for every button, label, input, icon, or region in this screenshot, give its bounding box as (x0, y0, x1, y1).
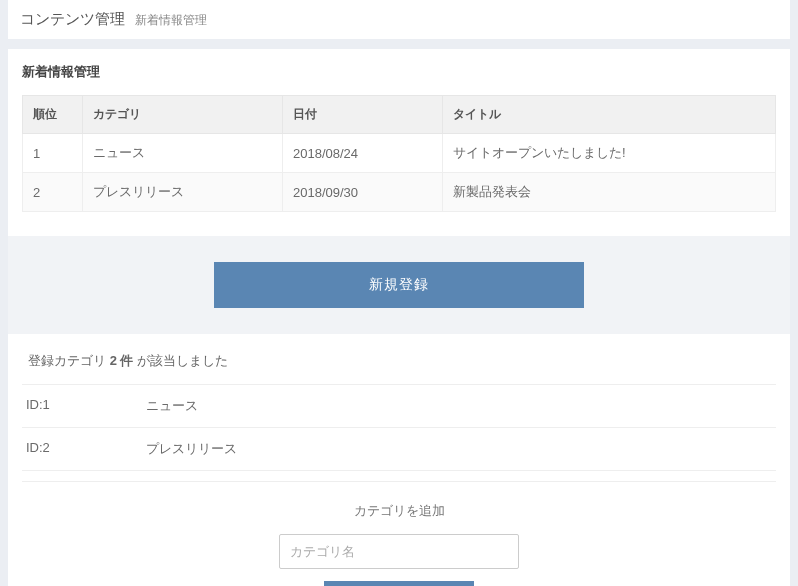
news-list-panel: 新着情報管理 順位 カテゴリ 日付 タイトル 1 ニュース 2018/08/24… (8, 49, 790, 236)
category-name: ニュース (146, 397, 198, 415)
table-row[interactable]: 1 ニュース 2018/08/24 サイトオープンいたしました! (23, 134, 776, 173)
cell-title: サイトオープンいたしました! (443, 134, 776, 173)
col-header-category: カテゴリ (83, 96, 283, 134)
cell-date: 2018/08/24 (283, 134, 443, 173)
col-header-rank: 順位 (23, 96, 83, 134)
add-category-panel: カテゴリを追加 新規追加 (22, 481, 776, 586)
page-subtitle: 新着情報管理 (135, 12, 207, 29)
news-table: 順位 カテゴリ 日付 タイトル 1 ニュース 2018/08/24 サイトオープ… (22, 95, 776, 212)
category-summary: 登録カテゴリ 2 件 が該当しました (22, 352, 776, 370)
cell-date: 2018/09/30 (283, 173, 443, 212)
list-item[interactable]: ID:2 プレスリリース (22, 428, 776, 471)
cell-rank: 1 (23, 134, 83, 173)
category-id: ID:2 (26, 440, 146, 458)
category-id: ID:1 (26, 397, 146, 415)
table-row[interactable]: 2 プレスリリース 2018/09/30 新製品発表会 (23, 173, 776, 212)
category-summary-suffix: が該当しました (133, 353, 228, 368)
category-name: プレスリリース (146, 440, 237, 458)
category-list: ID:1 ニュース ID:2 プレスリリース (22, 384, 776, 471)
new-register-row: 新規登録 (8, 236, 790, 334)
section-title: 新着情報管理 (22, 63, 776, 81)
category-name-input[interactable] (279, 534, 519, 569)
cell-title: 新製品発表会 (443, 173, 776, 212)
cell-rank: 2 (23, 173, 83, 212)
category-summary-prefix: 登録カテゴリ (28, 353, 110, 368)
cell-category: プレスリリース (83, 173, 283, 212)
category-summary-count: 2 件 (110, 353, 134, 368)
col-header-title: タイトル (443, 96, 776, 134)
col-header-date: 日付 (283, 96, 443, 134)
header-bar: コンテンツ管理 新着情報管理 (8, 0, 790, 39)
add-category-title: カテゴリを追加 (22, 502, 776, 520)
new-register-button[interactable]: 新規登録 (214, 262, 584, 308)
add-category-button[interactable]: 新規追加 (324, 581, 474, 586)
category-panel: 登録カテゴリ 2 件 が該当しました ID:1 ニュース ID:2 プレスリリー… (8, 334, 790, 586)
list-item[interactable]: ID:1 ニュース (22, 385, 776, 428)
cell-category: ニュース (83, 134, 283, 173)
page-title: コンテンツ管理 (20, 10, 125, 29)
